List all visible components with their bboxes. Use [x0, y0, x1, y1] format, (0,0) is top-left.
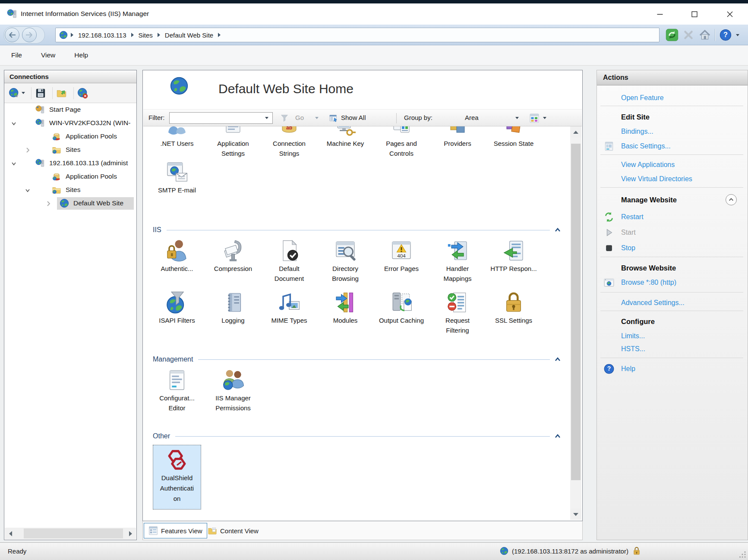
tab-content-view[interactable]: Content View — [203, 523, 263, 538]
tree-expander-icon[interactable] — [24, 147, 31, 154]
breadcrumb-segment[interactable]: Default Web Site — [165, 31, 213, 39]
tree-item-192-168-103-113-administ[interactable]: 192.168.103.113 (administ — [4, 157, 136, 170]
action-start[interactable]: Start — [597, 226, 748, 239]
feature-ssl-settings[interactable]: SSL Settings — [489, 290, 538, 335]
feature-session-state[interactable]: Session State — [489, 126, 538, 158]
feature-providers[interactable]: Providers — [433, 126, 482, 158]
scrollbar-track[interactable] — [16, 528, 125, 539]
tree-expander-icon[interactable] — [24, 187, 31, 194]
tree-item-application-pools[interactable]: Application Pools — [4, 130, 136, 143]
feature-compression[interactable]: Compression — [209, 239, 257, 283]
tree-expander-icon[interactable] — [10, 120, 17, 127]
tree-item-application-pools[interactable]: Application Pools — [4, 170, 136, 183]
tree-expander-icon[interactable] — [45, 200, 52, 207]
breadcrumb[interactable]: 192.168.103.113SitesDefault Web Site — [55, 28, 660, 42]
action-view-virtual-directories[interactable]: View Virtual Directories — [597, 172, 748, 186]
action-label: HSTS... — [621, 345, 645, 353]
group-by-caret[interactable] — [515, 117, 519, 119]
feature-smtp-e-mail[interactable]: SMTP E-mail — [153, 160, 201, 205]
action-stop[interactable]: Stop — [597, 241, 748, 255]
scrollbar-thumb[interactable] — [24, 529, 123, 538]
action-label: Browse *:80 (http) — [621, 279, 676, 286]
feature-logging[interactable]: Logging — [209, 290, 257, 335]
feature-connection-strings[interactable]: abConnection Strings — [265, 126, 313, 158]
breadcrumb-segment[interactable]: 192.168.103.113 — [78, 31, 126, 39]
title-bar: Internet Information Services (IIS) Mana… — [0, 3, 748, 25]
save-connections-button[interactable] — [34, 87, 47, 100]
filter-dropdown-caret[interactable] — [265, 117, 268, 119]
section-collapse-icon[interactable] — [554, 433, 561, 439]
feature-output-caching[interactable]: Output Caching — [377, 290, 426, 335]
maximize-button[interactable] — [685, 3, 704, 25]
go-button[interactable]: Go — [295, 114, 304, 121]
tree-item-start-page[interactable]: Start Page — [4, 103, 136, 116]
feature-request-filtering[interactable]: Request Filtering — [433, 290, 482, 335]
section-collapse-icon[interactable] — [554, 227, 561, 233]
show-all-button[interactable]: Show All — [341, 114, 366, 121]
feature-default-document[interactable]: Default Document — [265, 239, 313, 283]
feature-isapi-filters[interactable]: ISAPI Filters — [153, 290, 201, 335]
view-mode-icon[interactable] — [529, 113, 540, 123]
action-edit-site: Edit Site — [597, 110, 748, 124]
remove-connection-button[interactable] — [76, 87, 89, 100]
help-button[interactable]: ? — [718, 28, 733, 42]
tab-features-view[interactable]: Features View — [144, 523, 207, 538]
action-advanced-settings[interactable]: Advanced Settings... — [597, 296, 748, 310]
back-button[interactable] — [5, 28, 19, 42]
action-view-applications[interactable]: View Applications — [597, 158, 748, 172]
go-dropdown-caret[interactable] — [315, 117, 319, 119]
tree-item-default-web-site[interactable]: Default Web Site — [4, 197, 136, 210]
menu-file[interactable]: File — [3, 50, 30, 61]
group-by-value[interactable]: Area — [465, 114, 479, 121]
feature-net-users[interactable]: .NET Users — [153, 126, 201, 158]
scroll-right-button[interactable] — [125, 528, 136, 539]
tree-item-sites[interactable]: Sites — [4, 143, 136, 157]
feature-mime-types[interactable]: MIME Types — [265, 290, 313, 335]
action-bindings[interactable]: Bindings... — [597, 125, 748, 138]
feature-pages-and-controls[interactable]: Pages and Controls — [377, 126, 426, 158]
view-mode-caret[interactable] — [543, 117, 546, 119]
forward-button[interactable] — [22, 28, 37, 42]
menu-view[interactable]: View — [33, 50, 63, 61]
section-collapse-icon[interactable] — [554, 356, 561, 362]
scroll-down-button[interactable] — [570, 509, 581, 520]
feature-modules[interactable]: Modules — [321, 290, 369, 335]
resize-grip[interactable] — [739, 551, 746, 558]
feature-authentic[interactable]: Authentic... — [153, 239, 201, 283]
connect-server-button[interactable] — [8, 87, 26, 100]
refresh-button[interactable] — [665, 28, 679, 42]
feature-iis-manager-permissions[interactable]: IIS Manager Permissions — [209, 368, 257, 413]
action-open-feature[interactable]: Open Feature — [597, 91, 748, 105]
minimize-button[interactable] — [650, 3, 670, 25]
action-basic-settings[interactable]: Basic Settings... — [597, 139, 748, 153]
scroll-left-button[interactable] — [5, 528, 16, 539]
feature-http-respon[interactable]: HTTP Respon... — [489, 239, 538, 283]
feature-dualshield-authentication[interactable]: DualShieldAuthentication — [153, 445, 201, 510]
feature-configurat-editor[interactable]: Configurat... Editor — [153, 368, 201, 413]
feature-error-pages[interactable]: 404Error Pages — [377, 239, 426, 283]
feature-directory-browsing[interactable]: Directory Browsing — [321, 239, 369, 283]
tree-item-win-vrv2kfo3j2n-win[interactable]: WIN-VRV2KFO3J2N (WIN- — [4, 116, 136, 130]
scrollbar-thumb[interactable] — [571, 144, 581, 480]
action-limits[interactable]: Limits... — [597, 329, 748, 343]
action-help[interactable]: ?Help — [597, 362, 748, 376]
filter-input[interactable] — [169, 112, 273, 124]
collapse-section-button[interactable] — [726, 194, 737, 205]
action-browse-80-http[interactable]: Browse *:80 (http) — [597, 276, 748, 289]
feature-machine-key[interactable]: Machine Key — [321, 126, 369, 158]
stop-button[interactable] — [681, 28, 696, 42]
net-users-icon — [153, 126, 201, 138]
feature-handler-mappings[interactable]: Handler Mappings — [433, 239, 482, 283]
breadcrumb-segment[interactable]: Sites — [139, 31, 153, 39]
scroll-up-button[interactable] — [570, 126, 581, 138]
action-hsts[interactable]: HSTS... — [597, 342, 748, 356]
action-restart[interactable]: Restart — [597, 210, 748, 224]
home-button[interactable] — [698, 28, 712, 42]
feature-application-settings[interactable]: Application Settings — [209, 126, 257, 158]
tree-item-sites[interactable]: Sites — [4, 183, 136, 197]
help-dropdown-caret[interactable] — [734, 28, 742, 42]
tree-expander-icon[interactable] — [10, 160, 17, 167]
open-connection-button[interactable] — [55, 87, 68, 100]
close-button[interactable] — [720, 3, 740, 25]
menu-help[interactable]: Help — [66, 50, 96, 61]
